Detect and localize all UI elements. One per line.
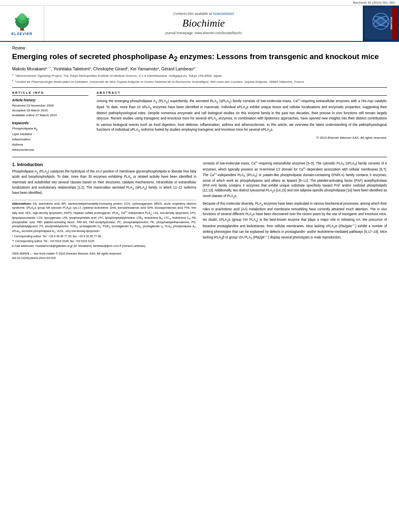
body-columns: 1. Introduction Phospholipase A2 (PLA2) …	[12, 160, 387, 261]
corresponding-1: * Corresponding author. Tel.: +33 4 93 9…	[12, 234, 196, 238]
introduction-title: 1. Introduction	[12, 162, 196, 167]
body-left-column: 1. Introduction Phospholipase A2 (PLA2) …	[12, 160, 196, 261]
right-paragraph-2: Because of this molecular diversity, PLA…	[203, 201, 387, 240]
abstract-column: Abstract Among the emerging phospholipas…	[97, 91, 387, 152]
abstract-header: Abstract	[97, 91, 387, 96]
body-right-column: consists of low-molecular-mass, Ca2+-req…	[203, 160, 387, 261]
svg-point-3	[19, 13, 25, 20]
corresponding-2: ** Corresponding author. Tel.: +03 5316 …	[12, 239, 196, 243]
doi-line: doi:10.1016/j.biochi.2010.03.015	[12, 256, 196, 260]
article-info-header: Article Info	[12, 91, 88, 96]
available-date: Available online 27 March 2010	[12, 113, 88, 118]
accepted-date: Accepted 18 March 2010	[12, 108, 88, 113]
abstract-text: Among the emerging phospholipase A2 (PLA…	[97, 98, 387, 134]
biochimie-logo-box: BIOCHIMIE	[363, 6, 399, 41]
content-area: Review Emerging roles of secreted phosph…	[0, 42, 399, 264]
keyword-4: Asthma	[12, 142, 88, 148]
authors-line: Makoto Murakamia,*,**, Yoshitaka Taketom…	[12, 66, 387, 71]
issn-line: 0300-9084/$ — see front matter © 2010 El…	[12, 251, 196, 256]
keyword-5: Atherosclerosis	[12, 148, 88, 153]
journal-title-center: Contents lists available at ScienceDirec…	[44, 6, 363, 41]
journal-name: Biochimie	[182, 17, 224, 29]
elsevier-label: ELSEVIER	[11, 32, 33, 36]
journal-homepage: journal homepage: www.elsevier.com/locat…	[165, 31, 242, 35]
footnote-section: Abbreviations: AA, arachidonic acid; BPI…	[12, 200, 196, 248]
sciencedirect-link: Contents lists available at ScienceDirec…	[173, 12, 234, 16]
email-addresses: E-mail addresses: murakami-mk@igakuken.o…	[12, 244, 196, 248]
review-label: Review	[12, 46, 387, 50]
copyright-line: © 2010 Elsevier Masson SAS. All rights r…	[97, 136, 387, 140]
keywords-label: Keywords:	[12, 121, 88, 125]
bottom-info: 0300-9084/$ — see front matter © 2010 El…	[12, 251, 196, 261]
keyword-3: Inflammation	[12, 137, 88, 142]
svg-point-6	[14, 18, 16, 20]
svg-text:BIOCHIMIE: BIOCHIMIE	[390, 17, 393, 30]
affiliation-b: b ᵇ Institut de Pharmacologie Moléculair…	[12, 79, 387, 84]
intro-paragraph-1: Phospholipase A2 (PLA2) catalyzes the hy…	[12, 169, 196, 196]
svg-point-4	[15, 21, 18, 23]
journal-reference: Biochimie 92 (2010) 561–582	[0, 0, 399, 6]
elsevier-logo: ELSEVIER	[0, 6, 44, 41]
article-title: Emerging roles of secreted phospholipase…	[12, 52, 387, 63]
article-info-column: Article Info Article history: Received 2…	[12, 91, 88, 152]
journal-header: ELSEVIER Contents lists available at Sci…	[0, 6, 399, 42]
right-paragraph-1: consists of low-molecular-mass, Ca2+-req…	[203, 160, 387, 200]
keyword-1: Phospholipase A2	[12, 126, 88, 132]
divider-2	[12, 157, 387, 157]
biochimie-cover-image: BIOCHIMIE	[365, 7, 397, 39]
received-date: Received 23 November 2009	[12, 103, 88, 108]
info-abstract-columns: Article Info Article history: Received 2…	[12, 91, 387, 152]
abbreviations-line: Abbreviations: AA, arachidonic acid; BPI…	[12, 202, 196, 234]
affiliation-a: a ᵃ Biomembrane Signaling Project, The T…	[12, 73, 387, 78]
svg-point-7	[27, 18, 29, 20]
article-history-label: Article history:	[12, 98, 88, 102]
svg-point-5	[26, 21, 29, 23]
divider-1	[12, 87, 387, 88]
keyword-2: Lipid mediator	[12, 132, 88, 137]
